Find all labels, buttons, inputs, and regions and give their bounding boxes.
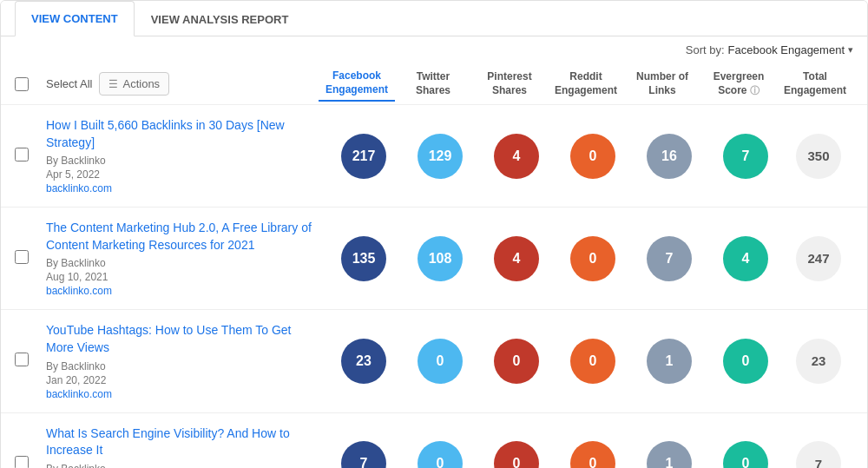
row-metrics: 217 129 4 0 16 7 350	[326, 134, 853, 179]
metric-reddit: 0	[555, 441, 631, 468]
row-checkbox[interactable]	[15, 250, 29, 264]
table-row: How I Built 5,660 Backlinks in 30 Days […	[1, 105, 867, 208]
row-domain[interactable]: backlinko.com	[46, 388, 312, 400]
bubble-pin: 4	[494, 236, 539, 281]
select-all-label[interactable]: Select All	[46, 77, 92, 90]
select-all-check-col	[15, 77, 46, 91]
row-metrics: 23 0 0 0 1 0 23	[326, 339, 853, 384]
content-rows: How I Built 5,660 Backlinks in 30 Days […	[1, 105, 867, 468]
metric-total: 7	[784, 441, 853, 468]
bubble-tw: 129	[418, 134, 463, 179]
row-checkbox-col	[15, 250, 46, 267]
row-checkbox-col	[15, 148, 46, 164]
row-date: Apr 5, 2022	[46, 168, 312, 181]
bubble-tw: 108	[418, 236, 463, 281]
bubble-tw: 0	[418, 339, 463, 384]
metric-pin: 0	[478, 339, 555, 384]
bubble-pin: 0	[494, 339, 539, 384]
metric-reddit: 0	[555, 339, 631, 384]
bubble-links: 7	[647, 236, 692, 281]
row-title[interactable]: YouTube Hashtags: How to Use Them To Get…	[46, 322, 312, 356]
metric-total: 247	[784, 236, 853, 281]
tab-view-analysis[interactable]: VIEW ANALYSIS REPORT	[135, 2, 306, 36]
metric-fb: 135	[326, 236, 402, 281]
metric-ev: 0	[707, 441, 784, 468]
table-row: What Is Search Engine Visibility? And Ho…	[1, 413, 867, 468]
metric-reddit: 0	[555, 236, 631, 281]
bubble-fb: 23	[341, 339, 386, 384]
metric-total: 23	[784, 339, 853, 384]
actions-label: Actions	[122, 77, 160, 90]
bubble-total: 247	[796, 236, 841, 281]
bubble-fb: 217	[341, 134, 386, 179]
bubble-ev: 4	[723, 236, 768, 281]
metric-ev: 4	[707, 236, 784, 281]
row-checkbox[interactable]	[15, 456, 29, 468]
row-author: By Backlinko	[46, 155, 312, 167]
metric-tw: 0	[402, 339, 478, 384]
table-header: Select All ☰ Actions FacebookEngagementT…	[1, 63, 867, 105]
row-checkbox-col	[15, 456, 46, 468]
row-checkbox[interactable]	[15, 353, 29, 366]
row-title[interactable]: The Content Marketing Hub 2.0, A Free Li…	[46, 220, 312, 254]
bubble-tw: 0	[418, 441, 463, 468]
bubble-ev: 7	[723, 134, 768, 179]
table-row: YouTube Hashtags: How to Use Them To Get…	[1, 310, 867, 412]
row-title[interactable]: How I Built 5,660 Backlinks in 30 Days […	[46, 117, 312, 151]
sort-row: Sort by: Facebook Engagement ▾	[1, 36, 867, 63]
col-header-tw[interactable]: TwitterShares	[395, 67, 471, 101]
row-info: How I Built 5,660 Backlinks in 30 Days […	[46, 117, 326, 194]
row-domain[interactable]: backlinko.com	[46, 182, 312, 194]
bubble-links: 1	[647, 339, 692, 384]
col-header-links[interactable]: Number ofLinks	[624, 67, 700, 101]
bubble-fb: 7	[341, 441, 386, 468]
metric-links: 1	[631, 339, 707, 384]
col-header-pin[interactable]: PinterestShares	[471, 67, 548, 101]
metric-tw: 0	[402, 441, 478, 468]
row-metrics: 135 108 4 0 7 4 247	[326, 236, 853, 281]
row-info: The Content Marketing Hub 2.0, A Free Li…	[46, 220, 326, 297]
bubble-fb: 135	[341, 236, 386, 281]
metric-ev: 7	[707, 134, 784, 179]
bubble-reddit: 0	[570, 441, 615, 468]
metric-fb: 7	[326, 441, 402, 468]
sort-label: Sort by:	[686, 43, 725, 56]
row-title[interactable]: What Is Search Engine Visibility? And Ho…	[46, 425, 312, 459]
title-col-header: Select All ☰ Actions	[46, 72, 319, 96]
info-icon: ⓘ	[750, 85, 760, 96]
row-author: By Backlinko	[46, 360, 312, 372]
bubble-reddit: 0	[570, 339, 615, 384]
metric-fb: 23	[326, 339, 402, 384]
metric-reddit: 0	[555, 134, 631, 179]
metric-pin: 4	[478, 236, 555, 281]
col-header-ev[interactable]: EvergreenScore ⓘ	[700, 67, 777, 101]
bubble-total: 7	[796, 441, 841, 468]
row-info: What Is Search Engine Visibility? And Ho…	[46, 425, 326, 468]
row-checkbox[interactable]	[15, 148, 29, 161]
sort-value[interactable]: Facebook Engagement	[728, 43, 845, 56]
metric-pin: 4	[478, 134, 555, 179]
row-domain[interactable]: backlinko.com	[46, 285, 312, 297]
actions-button[interactable]: ☰ Actions	[99, 72, 169, 96]
tab-view-content[interactable]: VIEW CONTENT	[15, 1, 135, 36]
bubble-links: 16	[647, 134, 692, 179]
metric-tw: 108	[402, 236, 478, 281]
bubble-links: 1	[647, 441, 692, 468]
select-all-checkbox[interactable]	[15, 77, 29, 91]
sort-chevron-icon[interactable]: ▾	[848, 44, 853, 56]
metric-links: 7	[631, 236, 707, 281]
metric-ev: 0	[707, 339, 784, 384]
bubble-ev: 0	[723, 441, 768, 468]
col-header-reddit[interactable]: RedditEngagement	[548, 67, 624, 101]
col-header-fb[interactable]: FacebookEngagement	[319, 66, 395, 102]
metric-links: 16	[631, 134, 707, 179]
metric-links: 1	[631, 441, 707, 468]
bubble-pin: 0	[494, 441, 539, 468]
top-nav: VIEW CONTENT VIEW ANALYSIS REPORT	[1, 1, 867, 36]
metric-total: 350	[784, 134, 853, 179]
row-date: Jan 20, 2022	[46, 374, 312, 386]
row-info: YouTube Hashtags: How to Use Them To Get…	[46, 322, 326, 399]
actions-icon: ☰	[108, 78, 118, 90]
col-header-total[interactable]: TotalEngagement	[777, 67, 853, 101]
bubble-reddit: 0	[570, 134, 615, 179]
